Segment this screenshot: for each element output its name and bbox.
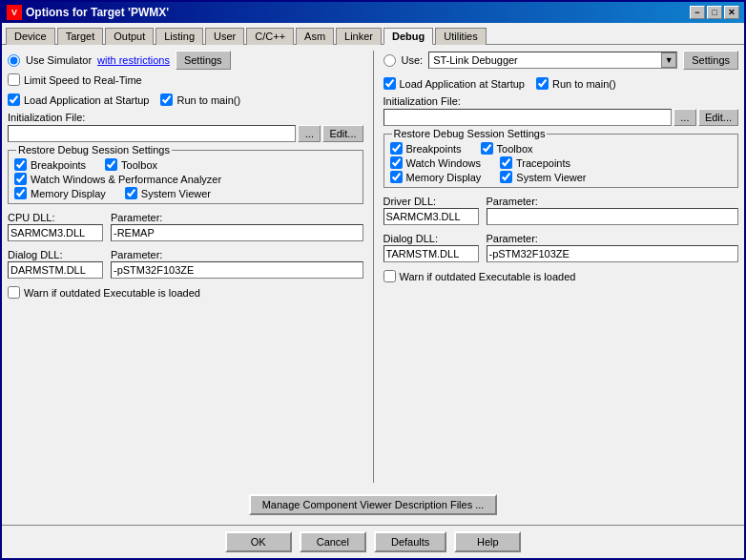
dialog-dll-label-left: Dialog DLL: [8,249,103,260]
restore-group-content-right: Breakpoints Toolbox Watch Windows [390,142,733,183]
run-to-main-label-right: Run to main() [552,78,616,90]
cpu-param-input[interactable] [111,224,363,241]
window-title: Options for Target 'PWMX' [26,6,169,19]
system-viewer-label-left: System Viewer [141,188,211,199]
toolbox-checkbox-right[interactable] [481,142,493,155]
system-viewer-label-right: System Viewer [516,172,586,183]
edit-button-right[interactable]: Edit... [698,109,738,126]
help-button[interactable]: Help [454,531,521,552]
init-file-input-left[interactable] [8,125,296,142]
tab-listing[interactable]: Listing [155,28,203,45]
load-app-row-right: Load Application at Startup [383,77,525,90]
column-divider [373,51,374,483]
system-viewer-checkbox-left[interactable] [125,187,137,199]
restore-group-right: Restore Debug Session Settings Breakpoin… [383,134,739,188]
cpu-dll-input[interactable] [8,224,103,241]
browse-button-right[interactable]: ... [673,109,696,126]
driver-param-input[interactable] [487,208,739,225]
load-run-row-right: Load Application at Startup Run to main(… [383,77,739,90]
dialog-dll-input-right[interactable] [383,245,479,262]
tab-output[interactable]: Output [105,28,154,45]
init-file-row-right: ... Edit... [383,109,739,126]
run-to-main-checkbox-right[interactable] [536,77,549,90]
limit-speed-row: Limit Speed to Real-Time [8,73,363,86]
debugger-dropdown-button[interactable]: ▼ [661,52,676,68]
watch-windows-checkbox-right[interactable] [390,156,403,169]
breakpoints-row-left: Breakpoints [14,158,86,171]
memory-display-label-right: Memory Display [406,172,482,183]
init-file-section-right: Initialization File: ... Edit... [383,93,739,126]
tab-target[interactable]: Target [57,28,104,45]
dialog-dll-labels-left: Dialog DLL: Parameter: [8,249,363,260]
use-simulator-label: Use Simulator [26,54,92,66]
init-file-label-left: Initialization File: [8,112,363,123]
tab-debug[interactable]: Debug [383,28,433,45]
breakpoints-checkbox-left[interactable] [14,158,27,171]
right-column: Use: ST-Link Debugger ▼ Settings Load Ap… [383,51,739,483]
memory-display-checkbox-left[interactable] [14,187,27,199]
edit-button-left[interactable]: Edit... [322,125,363,142]
dialog-dll-input-left[interactable] [8,261,103,279]
dialog-param-label-right: Parameter: [487,233,538,244]
warn-row-right: Warn if outdated Executable is loaded [383,270,739,282]
limit-speed-checkbox[interactable] [8,73,20,86]
manage-btn-container: Manage Component Viewer Description File… [8,490,738,519]
tab-asm[interactable]: Asm [296,28,334,45]
load-app-checkbox-right[interactable] [383,77,396,90]
dialog-param-input-right[interactable] [487,245,739,262]
driver-dll-input[interactable] [383,208,479,225]
init-file-row-left: ... Edit... [8,125,363,142]
tab-user[interactable]: User [205,28,244,45]
tab-cpp[interactable]: C/C++ [246,28,294,45]
warn-checkbox-right[interactable] [383,270,396,282]
restore-row3-right: Memory Display System Viewer [390,171,733,183]
watch-windows-label-right: Watch Windows [406,157,481,169]
tracepoints-label-right: Tracepoints [516,157,570,169]
manage-component-button[interactable]: Manage Component Viewer Description File… [249,494,498,515]
maximize-button[interactable]: □ [707,6,722,19]
use-debugger-radio[interactable] [383,54,396,67]
restore-row3-left: Memory Display System Viewer [14,187,357,199]
cpu-dll-labels: CPU DLL: Parameter: [8,212,363,223]
title-bar: V Options for Target 'PWMX' − □ ✕ [2,2,744,23]
run-to-main-checkbox-left[interactable] [160,93,173,106]
driver-dll-label: Driver DLL: [383,196,479,207]
tab-device[interactable]: Device [6,28,55,45]
cancel-button[interactable]: Cancel [300,531,366,552]
tracepoints-checkbox-right[interactable] [500,156,512,169]
load-app-checkbox-left[interactable] [8,93,20,106]
warn-checkbox-left[interactable] [8,286,20,299]
init-file-input-right[interactable] [383,109,672,126]
run-to-main-label-left: Run to main() [176,94,240,106]
cpu-dll-label: CPU DLL: [8,212,103,223]
tab-utilities[interactable]: Utilities [435,28,486,45]
restore-group-label-left: Restore Debug Session Settings [16,144,172,156]
breakpoints-checkbox-right[interactable] [390,142,403,155]
close-button[interactable]: ✕ [724,6,739,19]
browse-button-left[interactable]: ... [298,125,321,142]
use-simulator-radio[interactable] [8,54,20,67]
minimize-button[interactable]: − [690,6,705,19]
run-to-main-row-right: Run to main() [536,77,616,90]
watch-windows-checkbox-left[interactable] [14,173,27,185]
bottom-bar: OK Cancel Defaults Help [2,525,744,558]
driver-param-label: Parameter: [487,196,538,207]
dialog-dll-label-right: Dialog DLL: [383,233,479,244]
with-restrictions-link[interactable]: with restrictions [97,54,170,66]
toolbox-checkbox-left[interactable] [105,158,117,171]
system-viewer-checkbox-right[interactable] [500,171,512,183]
memory-display-label-left: Memory Display [31,188,106,199]
cpu-param-label: Parameter: [111,212,162,223]
memory-display-checkbox-right[interactable] [390,171,403,183]
load-app-label-left: Load Application at Startup [24,94,149,106]
restore-group-left: Restore Debug Session Settings Breakpoin… [8,150,363,204]
dialog-param-input-left[interactable] [111,261,363,279]
left-settings-button[interactable]: Settings [176,51,231,70]
ok-button[interactable]: OK [225,531,292,552]
defaults-button[interactable]: Defaults [374,531,446,552]
system-viewer-row-right: System Viewer [500,171,586,183]
right-settings-button[interactable]: Settings [683,51,738,70]
toolbox-label-left: Toolbox [121,159,157,171]
tab-linker[interactable]: Linker [336,28,382,45]
title-buttons: − □ ✕ [690,6,739,19]
